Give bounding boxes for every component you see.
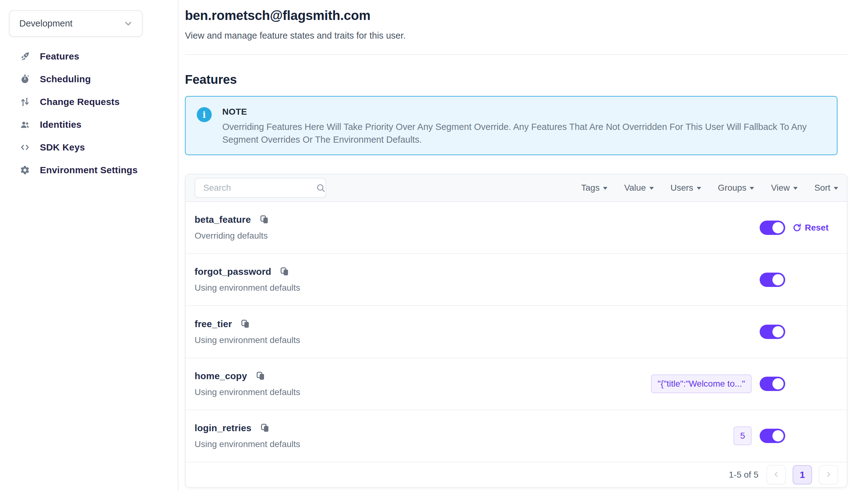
- search-icon: [316, 183, 326, 193]
- feature-row-beta-feature[interactable]: beta_feature Overriding defaults: [186, 202, 847, 254]
- feature-row-forgot-password[interactable]: forgot_password Using environment defaul…: [186, 254, 847, 306]
- change-requests-icon: [20, 96, 30, 107]
- feature-row-home-copy[interactable]: home_copy Using environment defaults "{"…: [186, 358, 847, 410]
- sidebar-item-sdk-keys[interactable]: SDK Keys: [0, 136, 178, 158]
- filter-groups[interactable]: Groups: [718, 183, 754, 193]
- pagination-page-1-button[interactable]: 1: [793, 465, 812, 485]
- sidebar-item-features[interactable]: Features: [0, 45, 178, 67]
- feature-status: Using environment defaults: [194, 335, 300, 345]
- filter-users[interactable]: Users: [671, 183, 701, 193]
- code-icon: [20, 142, 30, 153]
- feature-row-free-tier[interactable]: free_tier Using environment defaults: [186, 306, 847, 358]
- filter-tags[interactable]: Tags: [581, 183, 608, 193]
- sidebar-item-label: Environment Settings: [40, 165, 137, 175]
- sidebar-item-label: Features: [40, 51, 80, 62]
- feature-name: forgot_password: [194, 266, 271, 277]
- filter-value[interactable]: Value: [624, 183, 654, 193]
- caret-down-icon: [834, 187, 838, 190]
- pagination-next-button[interactable]: ›: [819, 465, 838, 485]
- features-section-heading: Features: [185, 71, 847, 88]
- copy-icon[interactable]: [256, 371, 266, 381]
- environment-selector-value: Development: [19, 19, 72, 29]
- note-title: NOTE: [222, 107, 807, 117]
- chevron-right-icon: ›: [827, 468, 830, 480]
- sidebar-item-label: Identities: [40, 119, 82, 130]
- page-title: ben.rometsch@flagsmith.com: [185, 7, 847, 24]
- feature-toggle[interactable]: [760, 377, 785, 391]
- feature-name: login_retries: [194, 423, 252, 433]
- features-panel-header: Tags Value Users Groups View Sort: [186, 174, 847, 202]
- feature-rows: beta_feature Overriding defaults: [186, 202, 847, 462]
- identities-icon: [20, 119, 30, 130]
- feature-name: home_copy: [194, 371, 247, 381]
- copy-icon[interactable]: [280, 266, 289, 277]
- feature-row-login-retries[interactable]: login_retries Using environment defaults…: [186, 410, 847, 462]
- feature-name: beta_feature: [194, 214, 251, 225]
- refresh-icon: [792, 223, 802, 233]
- sidebar-nav: Features Scheduling: [0, 45, 178, 181]
- caret-down-icon: [793, 187, 798, 190]
- feature-toggle[interactable]: [760, 272, 785, 287]
- sidebar: Development Features: [0, 0, 178, 491]
- feature-status: Overriding defaults: [194, 231, 269, 241]
- caret-down-icon: [649, 187, 654, 190]
- note-body: Overriding Features Here Will Take Prior…: [222, 121, 807, 146]
- copy-icon[interactable]: [240, 319, 250, 329]
- search-input[interactable]: [203, 183, 316, 193]
- sidebar-item-label: Scheduling: [40, 74, 91, 84]
- search-box[interactable]: [194, 178, 326, 198]
- filter-view[interactable]: View: [771, 183, 797, 193]
- feature-toggle[interactable]: [760, 325, 785, 339]
- pagination-summary: 1-5 of 5: [729, 470, 758, 480]
- sidebar-item-label: SDK Keys: [40, 142, 85, 153]
- pagination-prev-button[interactable]: ‹: [767, 465, 786, 485]
- sidebar-item-scheduling[interactable]: Scheduling: [0, 67, 178, 90]
- filter-sort[interactable]: Sort: [814, 183, 838, 193]
- feature-status: Using environment defaults: [194, 439, 300, 449]
- chevron-left-icon: ‹: [774, 468, 778, 480]
- feature-name: free_tier: [194, 319, 232, 329]
- feature-toggle[interactable]: [760, 429, 785, 443]
- info-icon: i: [197, 107, 212, 122]
- features-panel: Tags Value Users Groups View Sort beta_f…: [185, 174, 847, 488]
- note-banner: i NOTE Overriding Features Here Will Tak…: [185, 96, 837, 155]
- sidebar-item-change-requests[interactable]: Change Requests: [0, 90, 178, 113]
- note-content: NOTE Overriding Features Here Will Take …: [222, 107, 807, 154]
- sidebar-item-environment-settings[interactable]: Environment Settings: [0, 158, 178, 181]
- rocket-icon: [20, 51, 30, 62]
- main-content: ben.rometsch@flagsmith.com View and mana…: [178, 0, 868, 491]
- pagination: 1-5 of 5 ‹ 1 ›: [186, 462, 847, 487]
- chevron-down-icon: [123, 19, 133, 29]
- copy-icon[interactable]: [260, 423, 270, 433]
- caret-down-icon: [750, 187, 754, 190]
- caret-down-icon: [603, 187, 608, 190]
- feature-status: Using environment defaults: [194, 387, 300, 397]
- divider: [185, 54, 847, 55]
- copy-icon[interactable]: [259, 214, 269, 225]
- filter-bar: Tags Value Users Groups View Sort: [581, 183, 838, 193]
- caret-down-icon: [697, 187, 701, 190]
- sidebar-item-label: Change Requests: [40, 96, 120, 107]
- feature-toggle[interactable]: [760, 221, 785, 235]
- gear-icon: [20, 165, 30, 175]
- feature-value-chip[interactable]: "{"title":"Welcome to...": [651, 374, 751, 393]
- reset-button[interactable]: Reset: [792, 223, 829, 233]
- environment-selector[interactable]: Development: [9, 10, 143, 37]
- feature-status: Using environment defaults: [194, 283, 300, 293]
- stopwatch-icon: [20, 74, 30, 84]
- feature-value-chip[interactable]: 5: [734, 427, 751, 445]
- page-subtitle: View and manage feature states and trait…: [185, 29, 847, 42]
- sidebar-item-identities[interactable]: Identities: [0, 113, 178, 136]
